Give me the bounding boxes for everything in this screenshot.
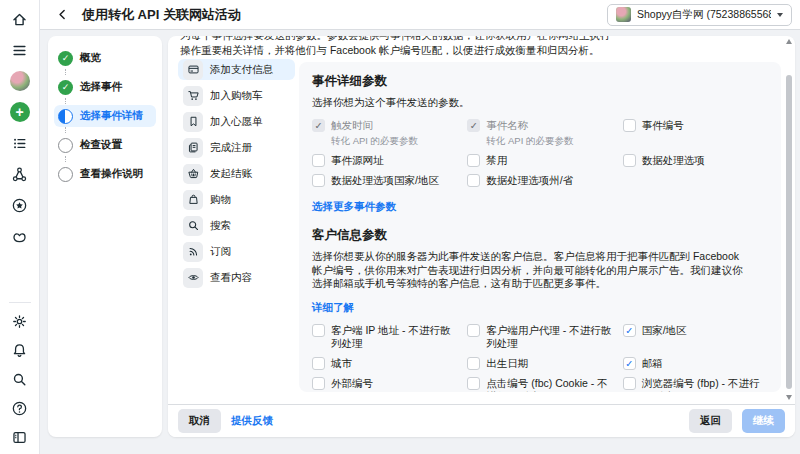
event-menu-label: 加入心愿单 (210, 115, 263, 129)
event-menu-label: 购物 (210, 193, 231, 207)
checkbox-icon (312, 154, 325, 167)
create-plus-icon[interactable]: + (9, 101, 31, 123)
param-checkbox[interactable]: 禁用 (467, 154, 612, 167)
footer-bar: 取消 提供反馈 返回 继续 (168, 404, 795, 437)
checkbox-label: 浏览器编号 (fbp) - 不进行散列处理 (642, 377, 768, 393)
param-checkbox[interactable]: 出生日期 (467, 357, 612, 370)
checkbox-sublabel: 转化 API 的必要参数 (331, 134, 418, 147)
intro-text: 为每个事件选择要发送的参数。参数会提供与事件相关的数据，让你获取用户在你网站上执… (180, 36, 769, 58)
wizard-step[interactable]: 选择事件详情 (54, 105, 156, 127)
event-menu-item[interactable]: 加入购物车 (178, 85, 295, 106)
account-switch-icon[interactable] (9, 426, 31, 448)
feedback-link[interactable]: 提供反馈 (231, 414, 273, 428)
bookmark-icon (183, 112, 203, 132)
wizard-steps-panel: 概览 选择事件 选择事件详情 检查设置 查看操作说明 (48, 36, 162, 437)
caret-down-icon (777, 13, 783, 17)
event-params-grid: 触发时间 转化 API 的必要参数 事件名称 转化 API 的必要参数 (312, 119, 768, 187)
param-checkbox[interactable]: 客户端用户代理 - 不进行散列处理 (467, 324, 612, 350)
back-step-button[interactable]: 返回 (689, 409, 732, 433)
checkbox-icon (467, 324, 480, 337)
param-checkbox[interactable]: 事件源网址 (312, 154, 457, 167)
parameters-panel: 事件详细参数 选择你想为这个事件发送的参数。 触发时间 转化 API 的必要参数 (299, 62, 781, 392)
param-checkbox[interactable]: 城市 (312, 357, 457, 370)
customer-params-title: 客户信息参数 (312, 227, 768, 244)
learn-more-link[interactable]: 详细了解 (312, 301, 354, 315)
wizard-step[interactable]: 选择事件 (54, 76, 156, 98)
checkbox-label: 客户端 IP 地址 - 不进行散列处理 (331, 324, 457, 350)
checkbox-icon (623, 154, 636, 167)
continue-button[interactable]: 继续 (742, 409, 785, 433)
event-menu-item[interactable]: 购物 (178, 189, 295, 210)
step-state-icon (58, 138, 73, 153)
checkbox-icon (467, 377, 480, 390)
rail-divider (9, 302, 31, 303)
event-menu-item[interactable]: 搜索 (178, 215, 295, 236)
checkbox-label: 数据处理选项州/省 (486, 174, 573, 187)
checkbox-icon (312, 357, 325, 370)
param-checkbox[interactable]: 邮箱 (623, 357, 768, 370)
scrollbar[interactable] (785, 39, 793, 400)
account-label: Shopyy自学网 (75238865568764… (637, 8, 771, 22)
scrollbar-up-arrow-icon[interactable] (786, 39, 792, 44)
param-checkbox[interactable]: 浏览器编号 (fbp) - 不进行散列处理 (623, 377, 768, 393)
event-menu-item[interactable]: 添加支付信息 (178, 59, 295, 80)
event-menu-item[interactable]: 完成注册 (178, 137, 295, 158)
menu-icon[interactable] (9, 39, 31, 61)
account-avatar (616, 7, 631, 22)
param-checkbox[interactable]: 国家/地区 (623, 324, 768, 350)
event-menu-label: 发起结账 (210, 167, 252, 181)
param-checkbox[interactable]: 外部编号 (312, 377, 457, 393)
home-icon[interactable] (9, 8, 31, 30)
page-title: 使用转化 API 关联网站活动 (82, 6, 241, 24)
param-checkbox[interactable]: 数据处理选项国家/地区 (312, 174, 457, 187)
bell-icon[interactable] (9, 339, 31, 361)
star-badge-icon[interactable] (9, 194, 31, 216)
cancel-button[interactable]: 取消 (178, 409, 221, 433)
checkbox-label: 邮箱 (642, 357, 663, 370)
back-button[interactable] (56, 8, 69, 21)
checkbox-icon (623, 377, 636, 390)
search-small-icon (183, 216, 203, 236)
payment-card-icon (183, 60, 203, 80)
step-label: 检查设置 (80, 138, 122, 152)
scrollbar-down-arrow-icon[interactable] (786, 395, 792, 400)
shopping-bag-icon (183, 190, 203, 210)
gear-icon[interactable] (9, 310, 31, 332)
list-icon[interactable] (9, 132, 31, 154)
event-menu-item[interactable]: 发起结账 (178, 163, 295, 184)
param-checkbox[interactable]: 数据处理选项 (623, 154, 768, 167)
checkbox-label: 触发时间 (331, 119, 418, 132)
event-menu-item[interactable]: 订阅 (178, 241, 295, 262)
search-icon[interactable] (9, 368, 31, 390)
param-checkbox[interactable]: 客户端 IP 地址 - 不进行散列处理 (312, 324, 457, 350)
wizard-step[interactable]: 检查设置 (54, 134, 156, 156)
share-nodes-icon[interactable] (9, 163, 31, 185)
rail-top-group: + (9, 8, 31, 247)
customer-params-description: 选择你想要从你的服务器为此事件发送的客户信息。客户信息将用于把事件匹配到 Fac… (312, 250, 752, 291)
help-icon[interactable] (9, 397, 31, 419)
account-selector[interactable]: Shopyy自学网 (75238865568764… (607, 4, 792, 26)
checkbox-icon (467, 357, 480, 370)
event-menu-item[interactable]: 查看内容 (178, 267, 295, 288)
checkbox-label: 点击编号 (fbc) Cookie - 不进行散列处理 (486, 377, 612, 393)
wizard-step[interactable]: 概览 (54, 47, 156, 69)
event-menu: 添加支付信息 加入购物车 加入心愿单 完成注册 (178, 59, 295, 288)
avatar-icon[interactable] (9, 70, 31, 92)
param-checkbox[interactable]: 点击编号 (fbc) Cookie - 不进行散列处理 (467, 377, 612, 393)
scrollbar-thumb[interactable] (786, 75, 792, 389)
rail-bottom-group (9, 302, 31, 448)
checkbox-icon (467, 174, 480, 187)
param-checkbox[interactable]: 数据处理选项州/省 (467, 174, 612, 187)
checkbox-label: 数据处理选项国家/地区 (331, 174, 439, 187)
event-menu-label: 添加支付信息 (210, 63, 273, 77)
event-menu-item[interactable]: 加入心愿单 (178, 111, 295, 132)
checkbox-label: 事件名称 (486, 119, 573, 132)
eye-icon (183, 268, 203, 288)
business-care-icon[interactable] (9, 225, 31, 247)
event-menu-label: 查看内容 (210, 271, 252, 285)
wizard-step[interactable]: 查看操作说明 (54, 163, 156, 185)
param-checkbox[interactable]: 事件编号 (623, 119, 768, 147)
checkbox-label: 国家/地区 (642, 324, 687, 337)
more-event-params-link[interactable]: 选择更多事件参数 (312, 200, 396, 214)
register-icon (183, 138, 203, 158)
